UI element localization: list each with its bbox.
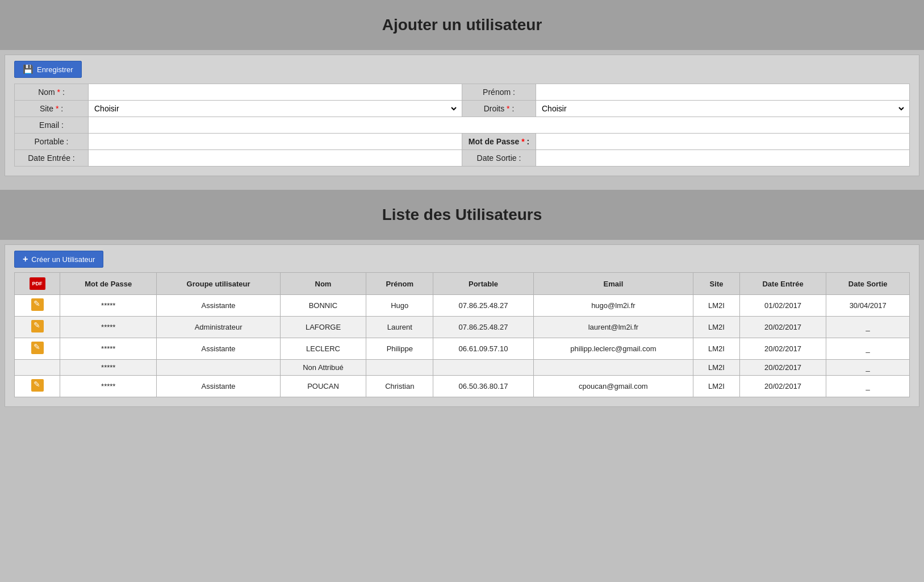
cell-nom: LECLERC <box>280 338 366 360</box>
cell-site: LM2I <box>693 360 740 376</box>
col-mot-de-passe: Mot de Passe <box>60 273 157 295</box>
edit-icon[interactable] <box>31 298 44 311</box>
cell-prenom <box>366 360 433 376</box>
mot-de-passe-label: Mot de Passe * : <box>462 134 536 150</box>
droits-select[interactable]: Choisir <box>540 103 906 114</box>
date-entree-label: Date Entrée : <box>15 150 89 167</box>
users-table: PDF Mot de Passe Groupe utilisateur Nom … <box>14 272 910 397</box>
cell-date-entree: 01/02/2017 <box>739 295 826 317</box>
prenom-input[interactable] <box>540 88 906 97</box>
create-user-button[interactable]: + Créer un Utilisateur <box>14 251 103 268</box>
nom-required: * <box>57 88 60 97</box>
nom-label: Nom * : <box>15 84 89 101</box>
date-sortie-input[interactable] <box>540 153 906 163</box>
nom-input-cell <box>89 84 462 101</box>
col-portable: Portable <box>433 273 533 295</box>
email-input[interactable] <box>92 120 906 130</box>
col-groupe: Groupe utilisateur <box>157 273 280 295</box>
cell-date-sortie: _ <box>826 360 910 376</box>
cell-mot-de_passe: ***** <box>60 338 157 360</box>
site-required: * <box>56 104 58 113</box>
portable-input-cell <box>89 134 462 150</box>
nom-input[interactable] <box>92 88 458 97</box>
list-users-header: Liste des Utilisateurs <box>0 190 924 240</box>
plus-icon: + <box>23 254 28 264</box>
cell-date-entree: 20/02/2017 <box>739 338 826 360</box>
table-row: *****AssistanteLECLERCPhilippe06.61.09.5… <box>15 338 910 360</box>
col-pdf: PDF <box>15 273 60 295</box>
col-email: Email <box>533 273 693 295</box>
portable-label: Portable : <box>15 134 89 150</box>
cell-groupe: Assistante <box>157 376 280 397</box>
save-icon: 💾 <box>23 64 34 74</box>
cell-email: hugo@lm2i.fr <box>533 295 693 317</box>
cell-email: cpoucan@gmail.com <box>533 376 693 397</box>
droits-required: * <box>507 104 509 113</box>
edit-icon[interactable] <box>31 379 44 392</box>
edit-cell <box>15 295 60 317</box>
cell-date-sortie: _ <box>826 376 910 397</box>
cell-prenom: Christian <box>366 376 433 397</box>
date-sortie-input-cell <box>536 150 910 167</box>
edit-cell <box>15 317 60 338</box>
table-row: *****AssistanteBONNICHugo07.86.25.48.27h… <box>15 295 910 317</box>
cell-email: laurent@lm2i.fr <box>533 317 693 338</box>
add-user-form: 💾 Enregistrer Nom * : Prénom : <box>5 55 919 176</box>
edit-cell <box>15 376 60 397</box>
cell-date-sortie: 30/04/2017 <box>826 295 910 317</box>
edit-icon[interactable] <box>31 320 44 332</box>
cell-groupe: Administrateur <box>157 317 280 338</box>
cell-mot-de_passe: ***** <box>60 295 157 317</box>
users-list-container: + Créer un Utilisateur PDF Mot de Passe … <box>5 244 919 407</box>
portable-input[interactable] <box>92 137 458 146</box>
cell-mot-de_passe: ***** <box>60 360 157 376</box>
mot-de-passe-required: * <box>521 137 524 146</box>
save-button[interactable]: 💾 Enregistrer <box>14 61 82 78</box>
cell-groupe <box>157 360 280 376</box>
prenom-label: Prénom : <box>462 84 536 101</box>
form-toolbar: 💾 Enregistrer <box>14 61 910 78</box>
cell-groupe: Assistante <box>157 295 280 317</box>
add-user-title: Ajouter un utilisateur <box>0 16 924 34</box>
site-input-cell: Choisir <box>89 101 462 117</box>
table-row: *****AssistantePOUCANChristian06.50.36.8… <box>15 376 910 397</box>
cell-portable: 06.61.09.57.10 <box>433 338 533 360</box>
cell-mot-de_passe: ***** <box>60 317 157 338</box>
pdf-icon: PDF <box>30 277 45 290</box>
add-user-header: Ajouter un utilisateur <box>0 0 924 50</box>
cell-portable: 07.86.25.48.27 <box>433 317 533 338</box>
cell-nom: POUCAN <box>280 376 366 397</box>
list-users-title: Liste des Utilisateurs <box>0 206 924 224</box>
email-label: Email : <box>15 117 89 134</box>
cell-email: philipp.leclerc@gmail.com <box>533 338 693 360</box>
table-row: *****Non AttribuéLM2I20/02/2017_ <box>15 360 910 376</box>
cell-email <box>533 360 693 376</box>
droits-label: Droits * : <box>462 101 536 117</box>
date-sortie-label: Date Sortie : <box>462 150 536 167</box>
cell-nom: Non Attribué <box>280 360 366 376</box>
cell-date-entree: 20/02/2017 <box>739 317 826 338</box>
cell-prenom: Laurent <box>366 317 433 338</box>
cell-date-entree: 20/02/2017 <box>739 360 826 376</box>
date-entree-input-cell <box>89 150 462 167</box>
edit-cell <box>15 360 60 376</box>
col-site: Site <box>693 273 740 295</box>
user-form-table: Nom * : Prénom : Site * : <box>14 84 910 167</box>
col-nom: Nom <box>280 273 366 295</box>
email-input-cell <box>89 117 910 134</box>
col-date-entree: Date Entrée <box>739 273 826 295</box>
site-label: Site * : <box>15 101 89 117</box>
cell-prenom: Hugo <box>366 295 433 317</box>
cell-site: LM2I <box>693 317 740 338</box>
edit-icon[interactable] <box>31 342 44 354</box>
date-entree-input[interactable] <box>92 153 458 163</box>
cell-date-entree: 20/02/2017 <box>739 376 826 397</box>
site-select[interactable]: Choisir <box>92 103 458 114</box>
table-row: *****AdministrateurLAFORGELaurent07.86.2… <box>15 317 910 338</box>
cell-prenom: Philippe <box>366 338 433 360</box>
mot-de-passe-input[interactable] <box>540 137 906 146</box>
cell-site: LM2I <box>693 295 740 317</box>
prenom-input-cell <box>536 84 910 101</box>
edit-cell <box>15 338 60 360</box>
cell-mot-de_passe: ***** <box>60 376 157 397</box>
